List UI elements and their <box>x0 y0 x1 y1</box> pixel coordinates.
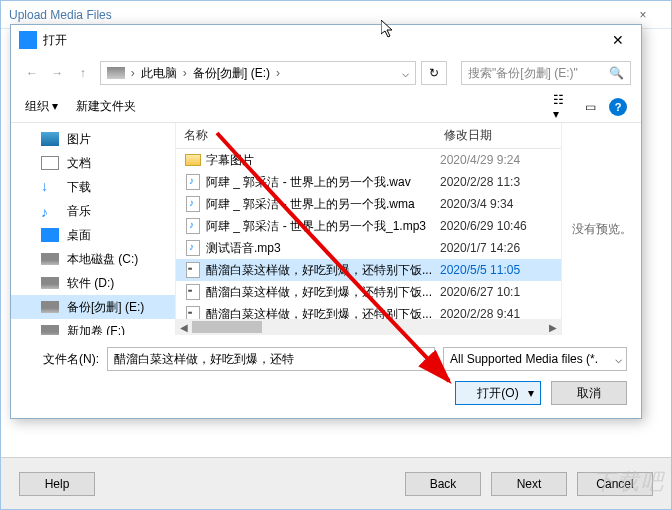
outer-close-button[interactable]: × <box>623 8 663 22</box>
video-icon <box>184 284 202 300</box>
sidebar-item[interactable]: ♪音乐 <box>11 199 175 223</box>
audio-icon <box>184 174 202 190</box>
file-row[interactable]: 字幕图片2020/4/29 9:24 <box>176 149 561 171</box>
audio-icon <box>184 240 202 256</box>
scroll-right-arrow[interactable]: ▶ <box>545 319 561 335</box>
dialog-icon <box>19 31 37 49</box>
sidebar-item[interactable]: 备份[勿删] (E:) <box>11 295 175 319</box>
folder-icon <box>184 152 202 168</box>
scroll-left-arrow[interactable]: ◀ <box>176 319 192 335</box>
file-row[interactable]: 醋溜白菜这样做，好吃到爆，还特别下饭...2020/5/5 11:05 <box>176 259 561 281</box>
scrollbar-thumb[interactable] <box>192 321 262 333</box>
newfolder-button[interactable]: 新建文件夹 <box>76 98 136 115</box>
video-icon <box>184 262 202 278</box>
cancel-button[interactable]: Cancel <box>577 472 653 496</box>
search-input[interactable]: 搜索"备份[勿删] (E:)" 🔍 <box>461 61 631 85</box>
address-bar[interactable]: › 此电脑 › 备份[勿删] (E:) › ⌵ <box>100 61 416 85</box>
sidebar-item[interactable]: 图片 <box>11 127 175 151</box>
file-list-header[interactable]: 名称 修改日期 <box>176 123 561 149</box>
column-date[interactable]: 修改日期 <box>436 127 561 144</box>
next-button[interactable]: Next <box>491 472 567 496</box>
file-row[interactable]: 阿肆 _ 郭采洁 - 世界上的另一个我_1.mp32020/6/29 10:46 <box>176 215 561 237</box>
search-icon: 🔍 <box>609 66 624 80</box>
outer-window-title: Upload Media Files <box>9 8 112 22</box>
sidebar-item[interactable]: ↓下载 <box>11 175 175 199</box>
file-list: 名称 修改日期 字幕图片2020/4/29 9:24阿肆 _ 郭采洁 - 世界上… <box>176 123 561 335</box>
chevron-right-icon: › <box>183 66 187 80</box>
address-dropdown-icon[interactable]: ⌵ <box>402 66 409 80</box>
nav-up-icon[interactable]: ↑ <box>72 62 94 84</box>
help-icon[interactable]: ? <box>609 98 627 116</box>
preview-pane: 没有预览。 <box>561 123 641 335</box>
file-row[interactable]: 阿肆 _ 郭采洁 - 世界上的另一个我.wma2020/3/4 9:34 <box>176 193 561 215</box>
file-row[interactable]: 测试语音.mp32020/1/7 14:26 <box>176 237 561 259</box>
file-row[interactable]: 醋溜白菜这样做，好吃到爆，还特别下饭...2020/6/27 10:1 <box>176 281 561 303</box>
sidebar-item[interactable]: 文档 <box>11 151 175 175</box>
address-pc[interactable]: 此电脑 <box>141 65 177 82</box>
open-button[interactable]: 打开(O) ▾ <box>455 381 541 405</box>
view-options-icon[interactable]: ☷ ▾ <box>553 98 571 116</box>
chevron-right-icon: › <box>131 66 135 80</box>
horizontal-scrollbar[interactable]: ◀ ▶ <box>176 319 561 335</box>
chevron-right-icon: › <box>276 66 280 80</box>
dialog-close-button[interactable]: ✕ <box>603 32 633 48</box>
search-placeholder: 搜索"备份[勿删] (E:)" <box>468 65 578 82</box>
sidebar-item[interactable]: 桌面 <box>11 223 175 247</box>
help-button[interactable]: Help <box>19 472 95 496</box>
filename-input[interactable]: 醋溜白菜这样做，好吃到爆，还特 <box>107 347 435 371</box>
refresh-button[interactable]: ↻ <box>421 61 447 85</box>
back-button[interactable]: Back <box>405 472 481 496</box>
nav-back-icon[interactable]: ← <box>21 62 43 84</box>
organize-menu[interactable]: 组织 ▾ <box>25 98 58 115</box>
sidebar: 图片文档↓下载♪音乐桌面本地磁盘 (C:)软件 (D:)备份[勿删] (E:)新… <box>11 123 175 335</box>
disk-icon <box>107 67 125 79</box>
wizard-button-bar: Help Back Next Cancel <box>1 457 671 509</box>
file-open-dialog: 打开 ✕ ← → ↑ › 此电脑 › 备份[勿删] (E:) › ⌵ ↻ 搜索"… <box>10 24 642 419</box>
filename-label: 文件名(N): <box>25 351 99 368</box>
nav-forward-icon[interactable]: → <box>46 62 68 84</box>
dialog-title: 打开 <box>43 32 67 49</box>
sidebar-item[interactable]: 软件 (D:) <box>11 271 175 295</box>
file-row[interactable]: 阿肆 _ 郭采洁 - 世界上的另一个我.wav2020/2/28 11:3 <box>176 171 561 193</box>
audio-icon <box>184 218 202 234</box>
address-location[interactable]: 备份[勿删] (E:) <box>193 65 270 82</box>
preview-pane-icon[interactable]: ▭ <box>581 98 599 116</box>
sidebar-item[interactable]: 新加卷 (F:) <box>11 319 175 335</box>
sidebar-item[interactable]: 本地磁盘 (C:) <box>11 247 175 271</box>
audio-icon <box>184 196 202 212</box>
dialog-cancel-button[interactable]: 取消 <box>551 381 627 405</box>
dialog-titlebar: 打开 ✕ <box>11 25 641 55</box>
filetype-filter[interactable]: All Supported Media files (*. <box>443 347 627 371</box>
column-name[interactable]: 名称 <box>176 127 436 144</box>
